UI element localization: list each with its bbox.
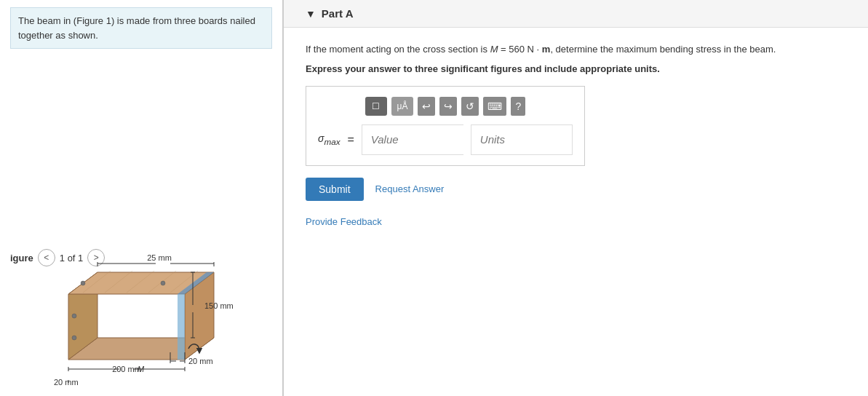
help-button[interactable]: ? (511, 97, 525, 116)
question-text: If the moment acting on the cross sectio… (306, 42, 846, 58)
problem-description: The beam in (Figure 1) is made from thre… (10, 7, 272, 49)
mu-button[interactable]: μÅ (391, 97, 414, 116)
value-input[interactable] (362, 124, 463, 155)
part-header: ▼ Part A (284, 0, 868, 28)
keyboard-icon: ⌨ (487, 100, 502, 112)
undo-button[interactable]: ↩ (418, 97, 435, 116)
sigma-label: σmax (318, 132, 340, 146)
keyboard-button[interactable]: ⌨ (483, 97, 506, 116)
refresh-icon: ↺ (466, 100, 474, 112)
provide-feedback-link[interactable]: Provide Feedback (306, 216, 382, 227)
right-panel: ▼ Part A If the moment acting on the cro… (284, 0, 868, 396)
problem-text-line1: The beam in (Figure 1) is made from thre… (18, 15, 255, 26)
equals-sign: = (347, 133, 354, 146)
formula-toolbar: ☐ μÅ ↩ ↪ ↺ ⌨ ? (318, 97, 573, 116)
svg-text:M: M (138, 365, 145, 373)
refresh-button[interactable]: ↺ (461, 97, 479, 116)
redo-button[interactable]: ↪ (439, 97, 457, 116)
formula-row: σmax = (318, 124, 573, 155)
help-icon: ? (515, 100, 521, 112)
left-panel: The beam in (Figure 1) is made from thre… (0, 0, 284, 396)
answer-box: ☐ μÅ ↩ ↪ ↺ ⌨ ? (306, 86, 585, 166)
figure-area: igure < 1 of 1 > (0, 119, 282, 396)
svg-point-10 (161, 281, 165, 285)
svg-text:20 mm: 20 mm (188, 357, 213, 365)
fraction-button[interactable]: ☐ (365, 97, 387, 116)
svg-point-12 (72, 336, 76, 340)
fraction-icon: ☐ (372, 101, 380, 111)
svg-marker-13 (178, 294, 185, 360)
svg-point-11 (72, 314, 76, 318)
express-text: Express your answer to three significant… (306, 63, 846, 74)
request-answer-link[interactable]: Request Answer (375, 183, 445, 194)
actions-row: Submit Request Answer (306, 178, 846, 201)
problem-text-line2: together as shown. (18, 30, 98, 41)
svg-point-9 (81, 281, 85, 285)
math-m: m (542, 44, 551, 55)
svg-text:25 mm: 25 mm (147, 253, 172, 262)
svg-text:150 mm: 150 mm (204, 301, 234, 310)
redo-icon: ↪ (444, 100, 453, 112)
part-title: Part A (322, 7, 354, 20)
mu-icon: μÅ (397, 101, 408, 111)
svg-text:200 mm: 200 mm (112, 365, 141, 373)
math-M: M (490, 44, 498, 55)
undo-icon: ↩ (422, 100, 431, 112)
collapse-arrow-icon[interactable]: ▼ (306, 8, 316, 20)
submit-button[interactable]: Submit (306, 178, 364, 201)
units-input[interactable] (471, 124, 573, 155)
svg-text:20 mm: 20 mm (54, 378, 79, 387)
beam-figure: 25 mm 150 mm 20 mm (25, 236, 258, 389)
